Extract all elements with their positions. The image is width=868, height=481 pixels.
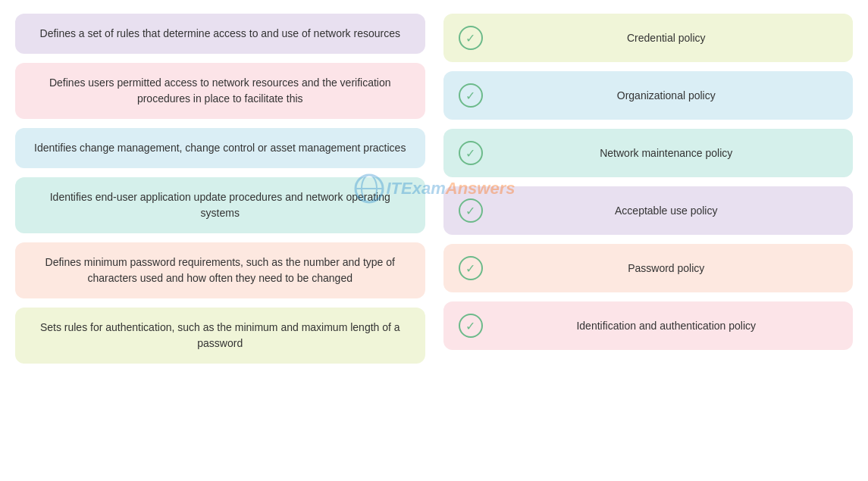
- check-icon: ✓: [459, 198, 483, 223]
- right-column: ✓Credential policy✓Organizational policy…: [443, 14, 854, 364]
- policy-label: Identification and authentication policy: [495, 320, 838, 332]
- left-card-3: Identifies change management, change con…: [15, 128, 425, 168]
- check-icon: ✓: [459, 256, 483, 280]
- right-card-3: ✓Network maintenance policy: [443, 129, 854, 177]
- left-card-4: Identifies end-user application update p…: [15, 177, 425, 233]
- right-card-5: ✓Password policy: [443, 244, 854, 292]
- policy-label: Acceptable use policy: [495, 205, 838, 217]
- left-column: Defines a set of rules that determine ac…: [15, 14, 425, 364]
- check-icon: ✓: [459, 26, 483, 50]
- left-card-5: Defines minimum password requirements, s…: [15, 242, 425, 298]
- left-card-1: Defines a set of rules that determine ac…: [15, 14, 425, 54]
- policy-label: Network maintenance policy: [495, 147, 838, 159]
- check-icon: ✓: [459, 83, 483, 108]
- right-card-1: ✓Credential policy: [443, 14, 854, 62]
- policy-label: Password policy: [495, 262, 838, 274]
- check-icon: ✓: [459, 314, 483, 338]
- right-card-2: ✓Organizational policy: [443, 71, 854, 120]
- check-icon: ✓: [459, 141, 483, 165]
- right-card-6: ✓Identification and authentication polic…: [443, 301, 854, 350]
- policy-label: Organizational policy: [495, 89, 838, 102]
- left-card-6: Sets rules for authentication, such as t…: [15, 308, 425, 364]
- right-card-4: ✓Acceptable use policy: [443, 186, 854, 235]
- policy-label: Credential policy: [495, 32, 838, 44]
- left-card-2: Defines users permitted access to networ…: [15, 63, 425, 119]
